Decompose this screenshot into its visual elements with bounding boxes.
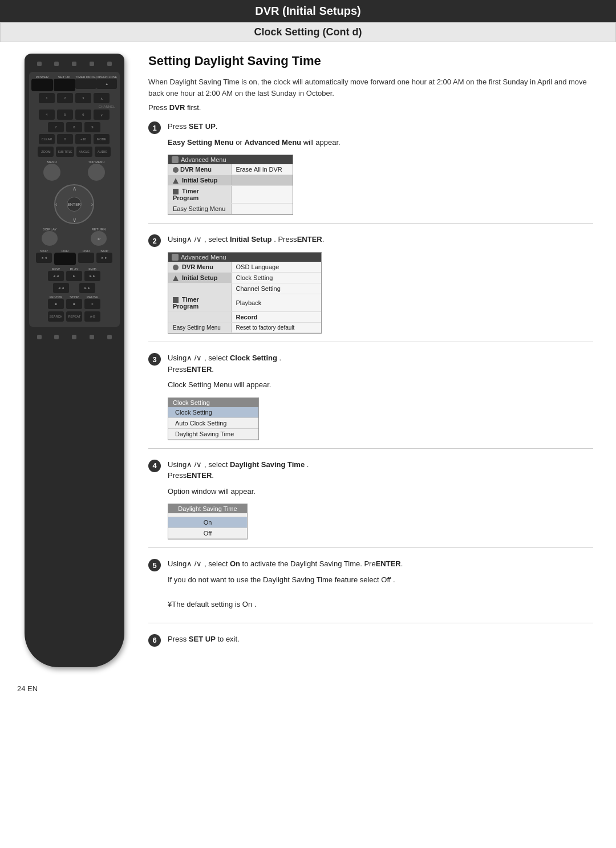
skip-back-btn[interactable]: ◄◄ [36,253,52,263]
dvr-icon-2 [172,254,179,261]
step-5-content: Using∧ /∨ , select On to activate the Da… [168,558,593,615]
play-btn[interactable]: ► [66,271,82,281]
stop-btn[interactable]: ■ [66,299,82,309]
btn-up[interactable]: ∧ [94,93,110,103]
intro-paragraph: When Daylight Saving Time is on, the clo… [148,76,593,99]
step-1-text: Press SET UP. [168,121,593,132]
menu-cell-left: DVR Menu [168,164,231,175]
timer-btn[interactable] [75,79,96,89]
dvr-bold: DVR [167,103,185,112]
open-btn[interactable]: ▲ [96,79,117,89]
btn-clear[interactable]: CLEAR [39,134,55,144]
btn-4[interactable]: 4 [39,109,55,120]
dvr-icon-1 [172,156,179,163]
remote-image: POWER SET UP TIMER PROG. OPEN/CLOSE ▲ [17,54,131,667]
dpad-down[interactable]: ∨ [72,217,76,223]
btn-2[interactable]: 2 [57,93,73,103]
menu-row: Timer Program [168,186,293,204]
menu-1-table: DVR Menu Erase All in DVR Initial Setup [168,164,293,214]
option-title: Daylight Saving Time [168,504,247,513]
clock-menu: Clock Setting Clock Setting Auto Clock S… [168,397,259,440]
btn-3[interactable]: 3 [75,93,91,103]
btn-7[interactable]: 7 [48,122,64,132]
return-label: RETURN [91,228,107,231]
menu-cell-left: Timer Program [168,186,231,204]
btn-5[interactable]: 5 [57,109,73,120]
display-btn[interactable] [42,231,58,246]
clock-item-3: Daylight Saving Time [168,429,258,440]
menu-label: MENU [43,160,60,164]
option-off: Off [168,528,247,539]
remote-control: POWER SET UP TIMER PROG. OPEN/CLOSE ▲ [25,54,124,667]
press-dvr-text: Press DVR first. [148,103,593,112]
repeat-btn[interactable]: REPEAT [66,311,82,322]
setup-btn[interactable] [54,79,75,91]
menu-row: Record [168,312,321,323]
btn-9[interactable]: 9 [84,122,100,132]
dpad-right[interactable]: › [91,201,93,208]
skip-fwd-btn[interactable]: ►► [96,253,112,263]
step-4: 4 Using∧ /∨ , select Daylight Saving Tim… [148,459,593,549]
menu-screenshot-1: Advanced Menu DVR Menu Erase All in DVR … [168,155,293,215]
menu-cell-right: Reset to factory default [231,323,321,333]
btn-audio[interactable]: AUDIO [95,147,111,157]
dpad-up[interactable]: ∧ [72,185,76,192]
btn-zoom[interactable]: ZOOM [38,147,54,157]
remote-bottom-dots [29,332,120,342]
btn-8[interactable]: 8 [66,122,82,132]
menu-screenshot-2: Advanced Menu DVR Menu OSD Language Init… [168,252,322,334]
dpad-left[interactable]: ‹ [55,201,57,208]
rew2-btn[interactable]: ◄◄ [53,283,69,293]
clock-header: Clock Setting (Cont d) [0,22,616,42]
timer-label: TIMER PROG. [75,75,96,79]
step-5-note1: If you do not want to use the Daylight S… [168,574,593,586]
step-1: 1 Press SET UP. Easy Setting Menu or Adv… [148,121,593,224]
menu-cell-right: OSD Language [231,262,321,273]
ff2-btn[interactable]: ►► [79,283,95,293]
fwd-btn[interactable]: ►► [84,271,100,281]
step-1-subtext: Easy Setting Menu or Advanced Menu will … [168,137,593,148]
return-btn[interactable]: ↩ [91,231,107,246]
btn-subtitle[interactable]: SUB TITLE [56,147,74,157]
search-btn[interactable]: SEARCH [48,311,64,322]
rec-btn[interactable]: ■ [48,299,64,309]
rec-label: REC/OTR [48,295,64,299]
menu-row: Initial Setup Clock Setting [168,272,321,283]
menu-row: Easy Setting Menu Reset to factory defau… [168,323,321,333]
setup-icon [173,275,179,281]
ab-btn[interactable]: A-B [84,311,100,322]
step-5-text: Using∧ /∨ , select On to activate the Da… [168,558,593,570]
menu-cell-left: Initial Setup [168,175,231,186]
enter-btn[interactable]: ENTER [67,197,82,212]
btn-down[interactable]: ∨ [94,109,110,120]
page-footer: 24 EN [0,679,616,699]
dvr-icon [173,265,179,270]
btn-6[interactable]: 6 [75,109,91,120]
menu-row: DVR Menu Erase All in DVR [168,164,293,175]
menu-cell-right: Channel Setting [231,283,321,294]
pause-btn[interactable]: II [84,299,100,309]
btn-1[interactable]: 1 [39,93,55,103]
step-4-subtext: Option window will appear. [168,486,593,497]
menu-2-title: Advanced Menu [168,253,321,262]
step-2-content: Using∧ /∨ , select Initial Setup . Press… [168,234,593,334]
power-btn[interactable] [31,79,53,91]
step-5-num: 5 [148,559,161,571]
dvd-btn[interactable] [78,253,94,263]
menu-cell-left [168,312,231,323]
step-2-text: Using∧ /∨ , select Initial Setup . Press… [168,234,593,245]
step-5-note2: ¥The default setting is On . [168,599,593,610]
btn-angle[interactable]: ANGLE [76,147,92,157]
dvr-icon [173,167,179,173]
btn-mode[interactable]: MODE [94,134,110,144]
dvr-btn[interactable] [54,253,76,265]
step-4-content: Using∧ /∨ , select Daylight Saving Time … [168,459,593,540]
rew-btn[interactable]: ◄◄ [48,271,64,281]
menu-cell-right [231,186,293,204]
menu-cell-left [168,283,231,294]
btn-plus10[interactable]: +10 [75,134,91,144]
option-on: On [168,517,247,528]
btn-0[interactable]: 0 [57,134,73,144]
top-menu-btn[interactable] [88,164,105,181]
menu-btn[interactable] [43,164,60,181]
